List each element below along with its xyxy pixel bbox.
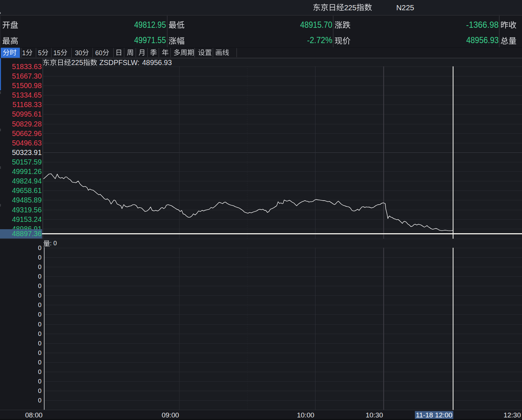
svg-text:11-18 12:00: 11-18 12:00 <box>416 411 452 419</box>
svg-text:15: 15 <box>53 49 60 57</box>
svg-text:12:30: 12:30 <box>503 411 521 419</box>
svg-text:-1366.98: -1366.98 <box>466 20 499 30</box>
svg-text:0: 0 <box>38 245 41 251</box>
svg-text:50323.91: 50323.91 <box>12 148 42 156</box>
svg-text:N225: N225 <box>396 3 414 12</box>
svg-text:10:00: 10:00 <box>297 411 314 419</box>
svg-text:49991.26: 49991.26 <box>12 167 42 175</box>
svg-text:: 0: : 0 <box>50 240 57 247</box>
svg-text:51833.63: 51833.63 <box>12 63 42 71</box>
svg-text:ZSDPFSLW:: ZSDPFSLW: <box>99 58 140 67</box>
svg-text:50496.63: 50496.63 <box>12 139 42 147</box>
svg-text:09:00: 09:00 <box>162 411 179 419</box>
svg-text:225: 225 <box>344 4 356 12</box>
svg-text:0: 0 <box>38 368 41 375</box>
svg-text:0: 0 <box>38 359 41 366</box>
svg-text:48897.36: 48897.36 <box>12 230 42 238</box>
svg-text:225: 225 <box>71 58 83 67</box>
svg-text:0: 0 <box>38 330 41 337</box>
svg-text:51667.30: 51667.30 <box>12 72 42 80</box>
svg-text:49824.94: 49824.94 <box>12 177 42 185</box>
svg-text:50662.96: 50662.96 <box>12 129 42 137</box>
svg-text:0: 0 <box>38 349 41 356</box>
svg-text:0: 0 <box>38 397 41 404</box>
svg-text:0: 0 <box>38 264 41 270</box>
svg-text:48956.93: 48956.93 <box>142 58 172 67</box>
svg-text:50829.28: 50829.28 <box>12 120 42 128</box>
svg-text:49971.55: 49971.55 <box>134 35 166 45</box>
svg-text:48956.93: 48956.93 <box>466 35 499 45</box>
svg-text:0: 0 <box>38 283 41 290</box>
svg-text:0: 0 <box>38 292 41 299</box>
svg-text:51168.33: 51168.33 <box>12 101 42 109</box>
svg-text:0: 0 <box>38 311 41 318</box>
svg-text:50995.61: 50995.61 <box>12 110 42 118</box>
svg-text:30: 30 <box>75 49 82 57</box>
svg-text:08:00: 08:00 <box>25 411 43 419</box>
svg-text:0: 0 <box>38 378 41 385</box>
svg-text:0: 0 <box>38 340 41 347</box>
svg-text:0: 0 <box>38 273 41 280</box>
svg-text:0: 0 <box>38 387 41 394</box>
svg-text:10:30: 10:30 <box>366 411 383 419</box>
svg-text:-2.72%: -2.72% <box>307 35 332 45</box>
svg-text:48915.70: 48915.70 <box>300 20 332 30</box>
svg-text:0: 0 <box>38 302 41 309</box>
svg-text:0: 0 <box>38 321 41 328</box>
svg-text:60: 60 <box>95 49 103 57</box>
svg-text:49319.56: 49319.56 <box>12 206 42 214</box>
svg-text:49485.89: 49485.89 <box>12 196 42 204</box>
svg-text:51500.98: 51500.98 <box>12 82 42 90</box>
svg-text:0: 0 <box>38 254 41 261</box>
svg-text:50157.59: 50157.59 <box>12 158 42 166</box>
svg-text:49153.24: 49153.24 <box>12 215 42 223</box>
svg-text:1: 1 <box>22 49 26 57</box>
svg-text:5: 5 <box>38 49 42 57</box>
svg-text:51334.65: 51334.65 <box>12 91 42 99</box>
svg-text:49658.61: 49658.61 <box>12 186 42 194</box>
svg-text:49812.95: 49812.95 <box>134 20 166 30</box>
